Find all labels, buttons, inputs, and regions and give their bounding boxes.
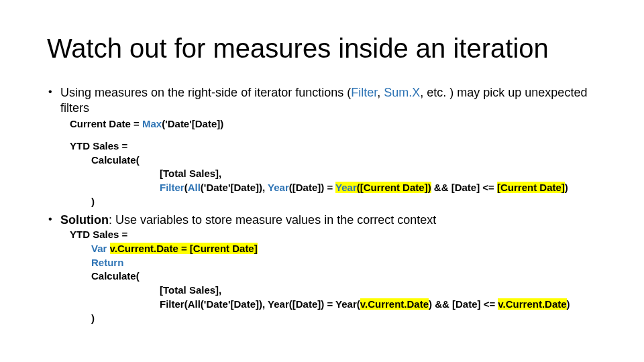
code2-filter-pre: Filter(All('Date'[Date]), Year([Date]) =… [160, 298, 360, 310]
code2-return: Return [91, 257, 597, 269]
code1-filter: Filter(All('Date'[Date]), Year([Date]) =… [160, 182, 597, 194]
code2-filter-end: ) [567, 298, 570, 310]
code2-filter-mid: ) && [Date] <= [429, 298, 498, 310]
code2-var-hl: v.Current.Date = [Current Date] [110, 243, 258, 254]
code1-filter-mid3: && [Date] <= [431, 182, 497, 193]
code1-filter-end: ) [565, 182, 568, 193]
code2-filter-hl1: v.Current.Date [360, 298, 429, 310]
code1-close: ) [91, 196, 597, 208]
slide: Watch out for measures inside an iterati… [0, 0, 644, 362]
code1-filter-mid2: ([Date]) = [289, 182, 335, 193]
code2-ytd: YTD Sales = [70, 229, 597, 241]
bullet-1-fn-sumx: Sum.X [384, 86, 420, 99]
code1-filter-hl1-pre: Year [335, 182, 357, 193]
code2-filter: Filter(All('Date'[Date]), Year([Date]) =… [160, 298, 597, 311]
code1-calculate: Calculate( [91, 154, 597, 167]
bullet-1: Using measures on the right-side of iter… [47, 85, 597, 115]
code1-filter-mid1b: ('Date'[Date]), [201, 182, 268, 193]
bullet-2-rest: : Use variables to store measure values … [109, 213, 436, 227]
slide-title: Watch out for measures inside an iterati… [47, 34, 597, 64]
code2-var-pre: Var [91, 243, 110, 254]
code1-current-date: Current Date = Max('Date'[Date]) [70, 118, 597, 131]
bullet-2: Solution: Use variables to store measure… [47, 213, 597, 228]
bullet-1-text-pre: Using measures on the right-side of iter… [60, 86, 351, 99]
bullet-1-fn-filter: Filter [351, 86, 377, 99]
code2-total: [Total Sales], [160, 284, 597, 297]
code1-filter-fn: Filter [160, 182, 184, 193]
code2-var: Var v.Current.Date = [Current Date] [91, 243, 597, 255]
code1-cd-fn: Max [142, 118, 162, 129]
code1-filter-hl1: Year([Current Date]) [335, 182, 431, 193]
code2-filter-hl2: v.Current.Date [498, 298, 566, 310]
code2-close: ) [91, 312, 597, 325]
code1-ytd: YTD Sales = [70, 140, 597, 153]
code1-total: [Total Sales], [160, 168, 597, 180]
slide-body: Using measures on the right-side of iter… [47, 85, 597, 324]
bullet-1-sep1: , [377, 86, 384, 99]
bullet-2-strong: Solution [60, 213, 109, 227]
code1-filter-year1: Year [268, 182, 289, 193]
code2-calculate: Calculate( [91, 270, 597, 283]
code1-cd-post: ('Date'[Date]) [162, 118, 223, 129]
code1-cd-pre: Current Date = [70, 118, 142, 129]
code1-filter-all: All [188, 182, 201, 193]
code1-filter-hl1-post: ([Current Date]) [357, 182, 431, 193]
code1-filter-hl2: [Current Date] [497, 182, 565, 193]
